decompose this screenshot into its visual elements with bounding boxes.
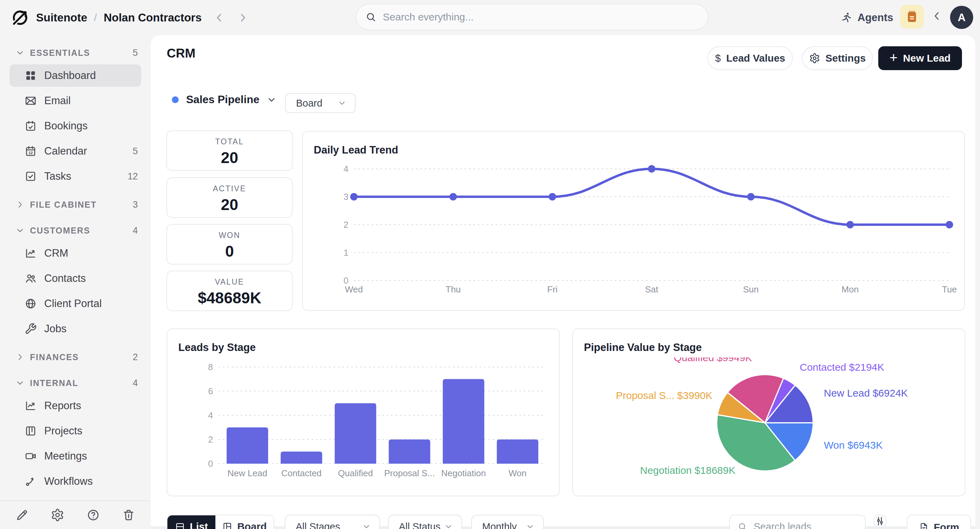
svg-text:Mon: Mon [842, 284, 859, 295]
sidebar-section-customers[interactable]: CUSTOMERS 4 [0, 220, 151, 241]
view-toggle-list[interactable]: List [167, 515, 215, 529]
filter-select-all-stages[interactable]: All Stages [285, 515, 380, 529]
form-label: Form [934, 521, 959, 529]
sidebar-section-internal[interactable]: INTERNAL 4 [0, 373, 151, 393]
view-toggle: ListBoard [167, 515, 274, 529]
dollar-icon: $ [715, 53, 721, 64]
svg-text:Fri: Fri [547, 284, 557, 295]
stat-label: TOTAL [167, 137, 292, 147]
sidebar-item-bookings[interactable]: Bookings [0, 113, 151, 139]
filter-value: All Status [399, 521, 441, 529]
top-bar: Suitenote / Nolan Contractors Agents A [0, 0, 980, 35]
pipeline-selector[interactable]: Sales Pipeline [172, 93, 277, 106]
nav-back-button[interactable] [213, 11, 226, 24]
pie-label-proposal-s-: Proposal S... $3990K [616, 390, 713, 402]
section-count: 4 [133, 225, 138, 236]
agents-button[interactable]: Agents [840, 0, 893, 35]
help-button[interactable] [83, 505, 103, 525]
sidebar-item-crm[interactable]: CRM [0, 241, 151, 266]
sidebar-item-jobs[interactable]: Jobs [0, 316, 151, 341]
stat-label: ACTIVE [167, 184, 292, 193]
sidebar-item-label: Calendar [44, 145, 133, 157]
leads-search[interactable] [729, 515, 865, 529]
calendar-days-icon: 12 [24, 145, 37, 157]
filter-select-monthly[interactable]: Monthly [471, 515, 544, 529]
filter-select-all-status[interactable]: All Status [388, 515, 462, 529]
stat-card-value: VALUE $48689K [166, 271, 293, 311]
svg-text:12: 12 [29, 151, 33, 155]
search-icon [737, 521, 748, 529]
check-square-icon [24, 170, 37, 182]
pie-chart: Qualified $9949KContacted $2194KNew Lead… [573, 357, 966, 497]
sidebar-item-meetings[interactable]: Meetings [0, 443, 151, 469]
view-toggle-board[interactable]: Board [215, 515, 274, 529]
svg-text:6: 6 [208, 386, 213, 396]
sidebar-item-workflows[interactable]: Workflows [0, 469, 151, 494]
svg-text:Negotiation: Negotiation [441, 468, 486, 478]
section-label: FINANCES [30, 352, 133, 362]
stat-value: 20 [167, 148, 292, 167]
svg-text:Contacted: Contacted [282, 468, 322, 478]
pipeline-value-card: Pipeline Value by Stage Qualified $9949K… [572, 328, 966, 496]
pencil-button[interactable] [12, 505, 32, 525]
gear-button[interactable] [48, 505, 67, 525]
video-icon [24, 450, 37, 462]
svg-text:4: 4 [208, 410, 213, 421]
stat-value: 0 [167, 242, 292, 260]
avatar[interactable]: A [950, 6, 973, 29]
agents-label: Agents [858, 11, 893, 24]
sidebar-item-projects[interactable]: Projects [0, 418, 151, 443]
leads-search-input[interactable] [753, 521, 858, 529]
chevron-right-icon [15, 352, 25, 362]
mail-icon [24, 95, 37, 107]
chevron-down-icon [15, 48, 25, 58]
filter-sliders-button[interactable] [873, 515, 886, 527]
sidebar-item-dashboard[interactable]: Dashboard [0, 63, 151, 88]
trend-chart-icon [24, 247, 37, 260]
sidebar-item-client-portal[interactable]: Client Portal [0, 291, 151, 316]
form-button[interactable]: Form [907, 515, 971, 529]
section-label: ESSENTIALS [30, 48, 133, 58]
new-lead-button[interactable]: + New Lead [878, 46, 962, 70]
view-mode-value: Board [296, 98, 322, 109]
bar-chart: 02468New LeadContactedQualifiedProposal … [167, 329, 560, 497]
trash-button[interactable] [119, 505, 138, 525]
sidebar-item-email[interactable]: Email [0, 88, 151, 113]
sidebar-item-reports[interactable]: Reports [0, 393, 151, 418]
sidebar-section-finances[interactable]: FINANCES 2 [0, 347, 151, 367]
sidebar-item-label: Dashboard [44, 69, 138, 82]
panel-collapse-button[interactable] [930, 10, 943, 22]
sidebar-item-label: CRM [44, 247, 138, 260]
pie-label-won: Won $6943K [824, 440, 883, 451]
filter-value: All Stages [296, 521, 340, 529]
settings-button[interactable]: Settings [802, 46, 873, 70]
svg-text:Thu: Thu [445, 284, 461, 295]
search-icon [365, 11, 377, 23]
sidebar-section-file-cabinet[interactable]: FILE CABINET 3 [0, 194, 151, 215]
svg-text:Proposal S...: Proposal S... [384, 468, 435, 478]
pipeline-name: Sales Pipeline [186, 93, 259, 106]
section-label: INTERNAL [30, 378, 133, 388]
sidebar-item-calendar[interactable]: 12 Calendar 5 [0, 139, 151, 164]
workflow-icon [24, 475, 37, 488]
lead-values-button[interactable]: $ Lead Values [708, 46, 793, 70]
global-search-input[interactable] [382, 11, 699, 23]
sidebar-section-essentials[interactable]: ESSENTIALS 5 [0, 43, 151, 63]
sidebar-item-label: Client Portal [44, 298, 138, 310]
brand-name: Suitenote [36, 11, 87, 24]
pie-slice-borders [717, 375, 813, 470]
chevron-down-icon [15, 225, 25, 236]
trash-icon [122, 508, 135, 522]
global-search[interactable] [356, 4, 708, 30]
svg-text:Tue: Tue [942, 284, 957, 295]
kanban-icon [24, 425, 37, 437]
nav-forward-button[interactable] [237, 11, 250, 24]
sidebar-item-label: Jobs [44, 323, 138, 335]
sidebar-item-tasks[interactable]: Tasks 12 [0, 164, 151, 189]
sidebar-item-contacts[interactable]: Contacts [0, 266, 151, 291]
view-mode-select[interactable]: Board [285, 93, 356, 113]
notes-button[interactable] [900, 5, 924, 29]
trend-chart-icon [24, 400, 37, 412]
sidebar-item-label: Projects [44, 425, 138, 437]
filter-value: Monthly [482, 521, 517, 529]
